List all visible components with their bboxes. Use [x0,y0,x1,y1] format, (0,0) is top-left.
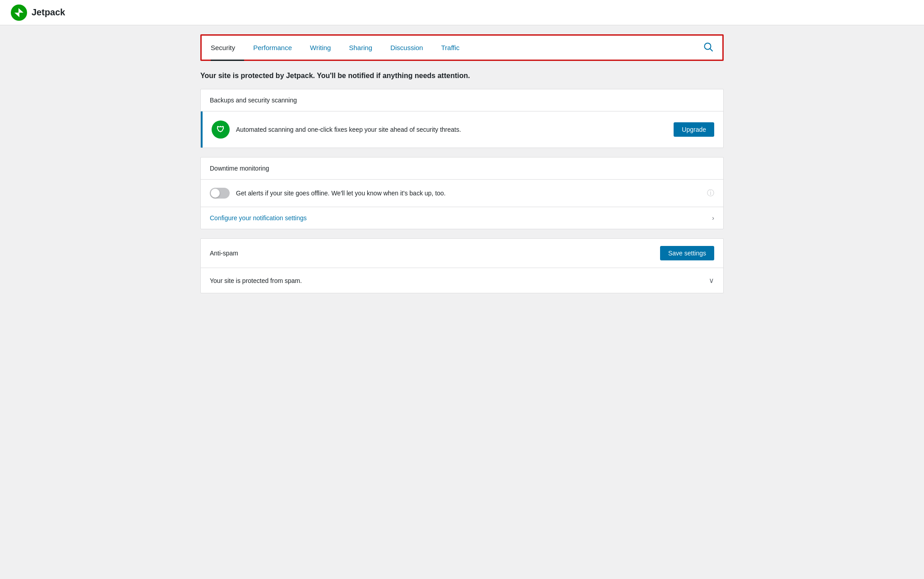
tab-sharing[interactable]: Sharing [340,36,381,61]
monitoring-toggle-text: Get alerts if your site goes offline. We… [236,190,701,197]
tab-writing[interactable]: Writing [301,36,340,61]
search-icon[interactable] [703,42,713,53]
tabs-bar: Security Performance Writing Sharing Dis… [200,34,724,61]
antispam-card: Anti-spam Save settings Your site is pro… [200,238,724,293]
spam-status-text: Your site is protected from spam. [210,277,302,284]
logo-area: Jetpack [11,5,65,21]
antispam-header-label: Anti-spam [210,250,238,257]
backups-body-text: Automated scanning and one-click fixes k… [236,126,667,133]
antispam-card-header: Anti-spam Save settings [201,239,723,268]
monitoring-config-row: Configure your notification settings › [201,207,723,229]
svg-line-2 [710,49,713,51]
spam-status-row: Your site is protected from spam. ∨ [201,268,723,293]
tab-discussion[interactable]: Discussion [381,36,432,61]
jetpack-logo [11,5,27,21]
main-content: Security Performance Writing Sharing Dis… [191,34,733,320]
info-icon[interactable]: ⓘ [707,189,714,198]
tab-traffic[interactable]: Traffic [432,36,469,61]
backups-header-label: Backups and security scanning [210,97,297,104]
tab-security[interactable]: Security [211,36,244,61]
chevron-right-icon: › [712,214,714,222]
save-settings-button[interactable]: Save settings [660,246,714,260]
configure-notification-link[interactable]: Configure your notification settings [210,214,307,222]
chevron-down-icon[interactable]: ∨ [709,276,714,285]
backups-card-header: Backups and security scanning [201,89,723,111]
scan-shield-icon: 🛡 [212,120,230,139]
toggle-knob [211,189,220,198]
monitoring-toggle[interactable] [210,188,230,199]
backups-card: Backups and security scanning 🛡 Automate… [200,89,724,148]
monitoring-card-header: Downtime monitoring [201,157,723,180]
page-description: Your site is protected by Jetpack. You'l… [200,72,724,80]
monitoring-card: Downtime monitoring Get alerts if your s… [200,157,724,229]
app-header: Jetpack [0,0,924,25]
tabs-list: Security Performance Writing Sharing Dis… [211,36,469,60]
backups-card-body: 🛡 Automated scanning and one-click fixes… [201,111,723,148]
monitoring-header-label: Downtime monitoring [210,165,269,172]
upgrade-button[interactable]: Upgrade [674,122,714,137]
monitoring-toggle-row: Get alerts if your site goes offline. We… [201,180,723,207]
tab-performance[interactable]: Performance [244,36,301,61]
app-title: Jetpack [32,7,65,18]
